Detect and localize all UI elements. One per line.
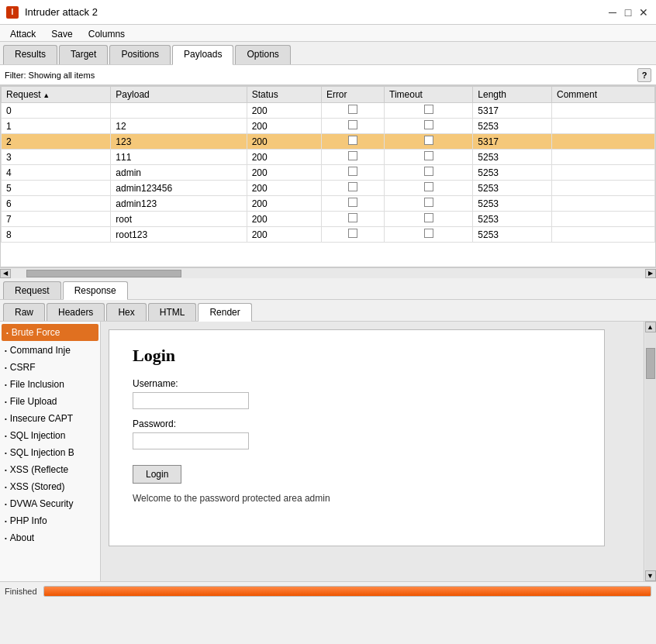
timeout-checkbox[interactable]: [424, 182, 433, 191]
scroll-left-arrow[interactable]: ◀: [0, 269, 11, 278]
tab-response[interactable]: Response: [63, 281, 128, 300]
scroll-up-button[interactable]: ▲: [645, 322, 656, 332]
title-bar: I Intruder attack 2 ─ □ ✕: [0, 0, 656, 25]
bottom-tabs: Request Response: [0, 278, 656, 300]
sidebar-item[interactable]: •XSS (Stored): [0, 478, 100, 495]
tab-raw[interactable]: Raw: [3, 303, 45, 321]
col-length[interactable]: Length: [473, 87, 552, 103]
tab-target[interactable]: Target: [59, 45, 108, 64]
timeout-checkbox[interactable]: [424, 151, 433, 160]
tab-options[interactable]: Options: [235, 45, 290, 64]
tab-results[interactable]: Results: [3, 45, 57, 64]
close-button[interactable]: ✕: [637, 6, 650, 19]
sidebar-label: Command Inje: [10, 345, 71, 356]
sidebar-item[interactable]: •SQL Injection B: [0, 444, 100, 461]
table-row[interactable]: 8root1232005253: [2, 227, 655, 243]
scroll-thumb-vertical[interactable]: [646, 348, 655, 379]
error-checkbox[interactable]: [348, 229, 357, 238]
table-row[interactable]: 5admin1234562005253: [2, 181, 655, 196]
results-table: Request Payload Status Error Timeout Len…: [1, 86, 655, 243]
sidebar-item[interactable]: •DVWA Security: [0, 495, 100, 512]
sidebar-bullet: •: [5, 467, 7, 474]
horizontal-scrollbar[interactable]: ◀ ▶: [0, 267, 656, 278]
table-row[interactable]: 21232005317: [2, 134, 655, 150]
timeout-checkbox[interactable]: [424, 120, 433, 129]
sidebar-item[interactable]: •CSRF: [0, 359, 100, 376]
timeout-checkbox[interactable]: [424, 213, 433, 222]
tab-request[interactable]: Request: [3, 281, 61, 299]
scroll-track-vertical[interactable]: [645, 332, 656, 570]
app-icon: I: [6, 6, 19, 19]
table-row[interactable]: 7root2005253: [2, 212, 655, 227]
sidebar-bullet: •: [5, 398, 7, 405]
progress-bar-container: [43, 586, 651, 597]
error-checkbox[interactable]: [348, 182, 357, 191]
col-payload[interactable]: Payload: [111, 87, 247, 103]
sidebar-label: About: [10, 532, 34, 543]
sidebar-bullet: •: [5, 347, 7, 354]
timeout-checkbox[interactable]: [424, 167, 433, 176]
col-comment[interactable]: Comment: [551, 87, 654, 103]
tab-render[interactable]: Render: [198, 303, 251, 322]
window-controls: ─ □ ✕: [606, 6, 650, 19]
maximize-button[interactable]: □: [622, 6, 634, 19]
table-row[interactable]: 6admin1232005253: [2, 196, 655, 212]
sidebar-bullet: •: [5, 518, 7, 525]
sidebar-item[interactable]: •SQL Injection: [0, 427, 100, 444]
minimize-button[interactable]: ─: [606, 6, 619, 19]
menu-columns[interactable]: Columns: [81, 26, 132, 40]
help-button[interactable]: ?: [637, 68, 651, 82]
col-error[interactable]: Error: [321, 87, 384, 103]
table-row[interactable]: 02005317: [2, 103, 655, 119]
sidebar-item[interactable]: •File Inclusion: [0, 376, 100, 393]
menu-bar: Attack Save Columns: [0, 25, 656, 42]
menu-save[interactable]: Save: [44, 26, 79, 40]
response-sub-tabs: Raw Headers Hex HTML Render: [0, 300, 656, 322]
scroll-thumb[interactable]: [26, 270, 181, 277]
menu-attack[interactable]: Attack: [3, 26, 43, 40]
sidebar-label: XSS (Reflecte: [10, 464, 68, 475]
error-checkbox[interactable]: [348, 120, 357, 129]
col-request[interactable]: Request: [2, 87, 111, 103]
sidebar-item[interactable]: •File Upload: [0, 393, 100, 410]
login-message: Welcome to the password protected area a…: [133, 493, 581, 504]
table-row[interactable]: 4admin2005253: [2, 165, 655, 181]
sidebar-item[interactable]: •Brute Force: [2, 324, 98, 341]
timeout-checkbox[interactable]: [424, 105, 433, 114]
password-input[interactable]: [133, 432, 249, 449]
tab-positions[interactable]: Positions: [109, 45, 171, 64]
right-scrollbar[interactable]: ▲ ▼: [644, 322, 656, 581]
tab-hex[interactable]: Hex: [106, 303, 146, 321]
table-row[interactable]: 31112005253: [2, 150, 655, 165]
error-checkbox[interactable]: [348, 151, 357, 160]
tab-headers[interactable]: Headers: [47, 303, 105, 321]
col-status[interactable]: Status: [247, 87, 321, 103]
filter-bar: Filter: Showing all items ?: [0, 65, 656, 85]
tab-payloads[interactable]: Payloads: [172, 45, 233, 65]
sidebar-item[interactable]: •About: [0, 529, 100, 546]
username-input[interactable]: [133, 392, 249, 409]
sidebar-item[interactable]: •XSS (Reflecte: [0, 461, 100, 478]
login-button[interactable]: Login: [133, 465, 181, 484]
error-checkbox[interactable]: [348, 136, 357, 145]
timeout-checkbox[interactable]: [424, 136, 433, 145]
scroll-track[interactable]: [11, 269, 645, 278]
username-label: Username:: [133, 378, 581, 389]
sidebar-item[interactable]: •Command Inje: [0, 342, 100, 359]
error-checkbox[interactable]: [348, 198, 357, 207]
username-field: Username:: [133, 378, 581, 409]
col-timeout[interactable]: Timeout: [385, 87, 473, 103]
error-checkbox[interactable]: [348, 213, 357, 222]
table-row[interactable]: 1122005253: [2, 119, 655, 134]
sidebar-item[interactable]: •PHP Info: [0, 512, 100, 529]
sidebar-bullet: •: [5, 449, 7, 456]
timeout-checkbox[interactable]: [424, 229, 433, 238]
scroll-down-button[interactable]: ▼: [645, 570, 656, 581]
login-title: Login: [133, 346, 581, 366]
tab-html[interactable]: HTML: [148, 303, 197, 321]
error-checkbox[interactable]: [348, 105, 357, 114]
timeout-checkbox[interactable]: [424, 198, 433, 207]
error-checkbox[interactable]: [348, 167, 357, 176]
sidebar-item[interactable]: •Insecure CAPT: [0, 410, 100, 427]
scroll-right-arrow[interactable]: ▶: [645, 269, 656, 278]
